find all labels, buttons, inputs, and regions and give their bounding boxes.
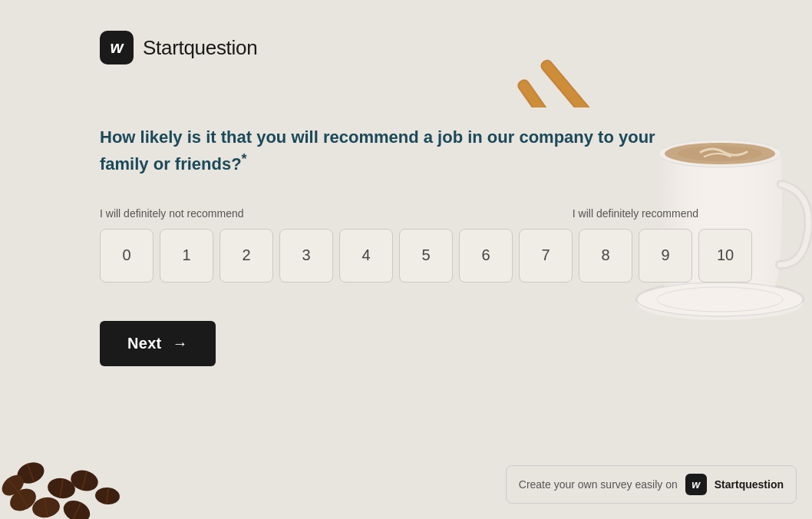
scale-option-0[interactable]: 0 xyxy=(100,229,153,283)
svg-line-18 xyxy=(18,491,28,509)
scale-option-3[interactable]: 3 xyxy=(279,229,333,283)
svg-point-13 xyxy=(15,459,48,488)
scale-option-10[interactable]: 10 xyxy=(698,229,752,283)
svg-line-26 xyxy=(8,479,18,492)
svg-line-16 xyxy=(60,478,64,498)
next-button[interactable]: Next → xyxy=(100,321,216,366)
number-scale: 012345678910 xyxy=(100,229,812,283)
scale-min-label: I will definitely not recommend xyxy=(100,207,244,220)
next-arrow-icon: → xyxy=(173,335,188,352)
svg-line-22 xyxy=(45,498,48,517)
svg-point-25 xyxy=(0,471,28,499)
svg-point-21 xyxy=(31,495,61,519)
svg-point-17 xyxy=(6,484,40,516)
footer-badge: Create your own survey easily on w Start… xyxy=(506,465,797,504)
footer-badge-text: Create your own survey easily on xyxy=(519,478,678,491)
header: w Startquestion xyxy=(100,31,812,64)
svg-line-14 xyxy=(28,464,35,482)
svg-point-15 xyxy=(46,476,77,501)
scale-option-6[interactable]: 6 xyxy=(459,229,513,283)
next-button-label: Next xyxy=(127,335,162,352)
logo-icon: w xyxy=(100,31,134,64)
main-content: w Startquestion How likely is it that yo… xyxy=(0,0,812,366)
scale-option-4[interactable]: 4 xyxy=(339,229,393,283)
scale-option-8[interactable]: 8 xyxy=(579,229,632,283)
question-block: How likely is it that you will recommend… xyxy=(100,126,675,177)
scale-option-2[interactable]: 2 xyxy=(220,229,273,283)
scale-max-label: I will definitely recommend xyxy=(573,207,698,220)
svg-point-27 xyxy=(94,487,120,506)
question-text: How likely is it that you will recommend… xyxy=(100,126,675,177)
svg-point-23 xyxy=(60,497,94,519)
footer-brand-name: Startquestion xyxy=(715,478,784,491)
svg-line-28 xyxy=(107,488,108,504)
scale-option-7[interactable]: 7 xyxy=(519,229,573,283)
svg-point-19 xyxy=(68,468,101,494)
scale-option-5[interactable]: 5 xyxy=(399,229,453,283)
scale-option-1[interactable]: 1 xyxy=(160,229,213,283)
required-marker: * xyxy=(242,151,247,167)
svg-line-20 xyxy=(82,471,87,490)
logo-text: Startquestion xyxy=(143,36,257,60)
scale-labels: I will definitely not recommend I will d… xyxy=(100,207,698,220)
scale-option-9[interactable]: 9 xyxy=(639,229,692,283)
svg-line-24 xyxy=(73,502,81,519)
footer-logo-icon: w xyxy=(685,474,707,495)
